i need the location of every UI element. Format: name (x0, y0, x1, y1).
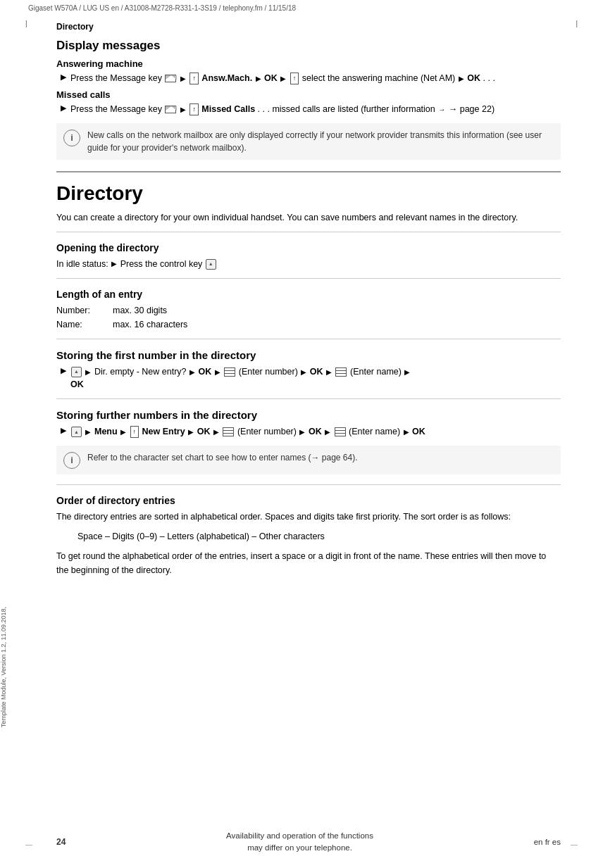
missed-calls-heading: Missed calls (56, 89, 561, 100)
display-messages-heading: Display messages (56, 39, 561, 53)
order-entries-text2: To get round the alphabetical order of t… (56, 549, 561, 577)
footer-center-line2: may differ on your telephone. (226, 842, 373, 854)
separator-1 (56, 232, 561, 232)
name-val: max. 16 characters (113, 317, 187, 332)
separator-5 (56, 484, 561, 485)
info-icon-2: i (63, 452, 80, 469)
info-text-1: New calls on the network mailbox are onl… (87, 129, 554, 154)
missed-calls-text: Press the Message key ▶ ↑ Missed Calls .… (70, 103, 495, 116)
footer-center: Availability and operation of the functi… (226, 830, 373, 855)
storing-first-step: ▶ ▶ Dir. empty - New entry? ▶ OK ▶ (Ente… (61, 365, 561, 392)
info-icon-1: i (63, 130, 80, 146)
opening-directory-text: In idle status: ▶ Press the control key (56, 257, 561, 271)
separator-4 (56, 398, 561, 399)
separator-2 (56, 278, 561, 279)
keyboard-icon-1 (224, 367, 235, 377)
directory-title: Directory (56, 182, 561, 205)
top-bar-text: Gigaset W570A / LUG US en / A31008-M2728… (28, 4, 296, 12)
footer-page-num: 24 (56, 837, 66, 847)
nav-icon-dir-2 (71, 427, 82, 437)
page-footer: 24 Availability and operation of the fun… (0, 830, 603, 855)
directory-intro: You can create a directory for your own … (56, 210, 561, 225)
message-key-icon (165, 75, 176, 82)
answering-machine-heading: Answering machine (56, 58, 561, 69)
number-val: max. 30 digits (113, 303, 167, 317)
length-entry-heading: Length of an entry (56, 289, 561, 300)
storing-first-text: ▶ Dir. empty - New entry? ▶ OK ▶ (Enter … (70, 365, 411, 392)
corner-mark-tr: | (576, 20, 578, 27)
info-box-1: i New calls on the network mailbox are o… (56, 123, 561, 160)
corner-mark-tl: | (25, 20, 27, 27)
nav-icon-dir (71, 367, 82, 377)
name-label: Name: (56, 317, 113, 332)
page-container: Gigaset W570A / LUG US en / A31008-M2728… (0, 0, 603, 868)
sort-order-text: Space – Digits (0–9) – Letters (alphabet… (77, 529, 561, 543)
keyboard-icon-2 (335, 367, 347, 377)
top-bar: Gigaset W570A / LUG US en / A31008-M2728… (0, 0, 603, 15)
separator-thick (56, 171, 561, 172)
missed-calls-bullet: ▶ Press the Message key ▶ ↑ Missed Calls… (61, 103, 561, 116)
name-row: Name: max. 16 characters (56, 317, 561, 332)
keyboard-icon-3 (223, 427, 234, 436)
storing-further-heading: Storing further numbers in the directory (56, 409, 561, 421)
step-arrow-1: ▶ (61, 366, 66, 375)
info-box-2: i Refer to the character set chart to se… (56, 446, 561, 474)
answering-machine-text: Press the Message key ▶ ↑ Answ.Mach. ▶ O… (70, 72, 495, 85)
nav-icon-menu: ↑ (130, 426, 139, 439)
storing-further-text: ▶ Menu ▶ ↑ New Entry ▶ OK ▶ (Enter numbe… (70, 425, 425, 439)
order-entries-text1: The directory entries are sorted in alph… (56, 510, 561, 524)
control-key-icon (206, 259, 216, 270)
nav-icon-1: ↑ (189, 73, 199, 85)
info-text-2: Refer to the character set chart to see … (87, 451, 358, 464)
section-label-directory: Directory (56, 22, 561, 32)
corner-mark-bl: — (25, 841, 32, 848)
number-label: Number: (56, 303, 113, 317)
nav-icon-2: ↑ (290, 73, 299, 85)
step-arrow-2: ▶ (61, 426, 66, 435)
corner-mark-br: — (571, 841, 578, 848)
answering-machine-bullet: ▶ Press the Message key ▶ ↑ Answ.Mach. ▶… (61, 72, 561, 85)
keyboard-icon-4 (335, 427, 346, 436)
footer-center-line1: Availability and operation of the functi… (226, 830, 373, 842)
sidebar-text: Template Module, Version 1.2, 11.09.2018… (0, 607, 13, 727)
order-entries-heading: Order of directory entries (56, 495, 561, 506)
footer-right: en fr es (534, 838, 561, 846)
main-content: Directory Display messages Answering mac… (0, 15, 603, 604)
storing-first-heading: Storing the first number in the director… (56, 349, 561, 361)
nav-icon-3: ↑ (189, 103, 199, 116)
bullet-arrow-1: ▶ (61, 73, 66, 82)
number-row: Number: max. 30 digits (56, 303, 561, 317)
opening-directory-heading: Opening the directory (56, 242, 561, 253)
message-key-icon-2 (165, 106, 176, 113)
separator-3 (56, 339, 561, 339)
bullet-arrow-2: ▶ (61, 103, 66, 113)
storing-further-step: ▶ ▶ Menu ▶ ↑ New Entry ▶ OK ▶ (Enter num… (61, 425, 561, 439)
